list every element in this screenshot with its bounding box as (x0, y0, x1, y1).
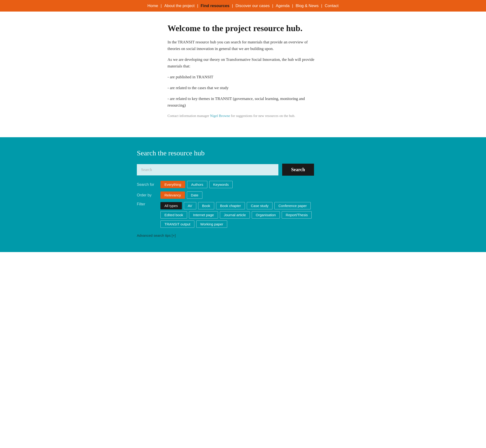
nav-item-blog-&-news[interactable]: Blog & News (296, 4, 318, 8)
filter-av[interactable]: AV (184, 202, 196, 209)
filter-options: All typesAVBookBook chapterCase studyCon… (161, 202, 321, 228)
filter-transit-output[interactable]: TRANSIT output (161, 220, 194, 228)
search-for-authors[interactable]: Authors (187, 181, 207, 188)
search-for-everything[interactable]: Everything (161, 181, 185, 188)
search-row: Search (137, 164, 349, 176)
filter-all-types[interactable]: All types (161, 202, 182, 209)
search-heading: Search the resource hub (137, 149, 349, 157)
filter-internet-page[interactable]: Internet page (189, 211, 218, 219)
filter-case-study[interactable]: Case study (247, 202, 273, 209)
search-input[interactable] (137, 164, 278, 176)
search-for-row: Search for EverythingAuthorsKeywords (137, 181, 349, 188)
contact-link[interactable]: Nigel Browne (210, 114, 230, 118)
filter-journal-article[interactable]: Journal article (220, 211, 250, 219)
nav-item-agenda[interactable]: Agenda (276, 4, 290, 8)
order-by-label: Order by (137, 193, 158, 197)
bullet-item: - are related to the cases that we study (168, 85, 318, 91)
filter-edited-book[interactable]: Edited book (161, 211, 187, 219)
filter-book[interactable]: Book (198, 202, 214, 209)
nav-separator: | (160, 4, 163, 8)
search-for-keywords[interactable]: Keywords (209, 181, 233, 188)
hero-bullets: - are published in TRANSIT- are related … (168, 74, 318, 109)
bullet-item: - are related to key themes in TRANSIT (… (168, 96, 318, 109)
filter-row: Filter All typesAVBookBook chapterCase s… (137, 202, 349, 228)
filter-label: Filter (137, 202, 158, 206)
order-by-date[interactable]: Date (187, 192, 202, 199)
hero-section: Welcome to the project resource hub. In … (161, 12, 325, 137)
advanced-search-link[interactable]: Advanced search tips [+] (137, 233, 176, 237)
nav-item-about-the-project[interactable]: About the project (164, 4, 195, 8)
search-for-label: Search for (137, 183, 158, 187)
bullet-item: - are published in TRANSIT (168, 74, 318, 80)
order-by-relevancy[interactable]: Relevancy (161, 192, 185, 199)
hero-contact: Contact information manager Nigel Browne… (168, 113, 318, 119)
advanced-link-container: Advanced search tips [+] (137, 232, 349, 238)
filter-report-thesis[interactable]: Report/Thesis (282, 211, 312, 219)
search-section: Search the resource hub Search Search fo… (0, 137, 486, 252)
filter-organisation[interactable]: Organisation (252, 211, 280, 219)
hero-intro: In the TRANSIT resource hub you can sear… (168, 39, 318, 52)
nav-item-discover-our-cases[interactable]: Discover our cases (235, 4, 270, 8)
order-by-row: Order by RelevancyDate (137, 192, 349, 199)
hero-title: Welcome to the project resource hub. (168, 23, 318, 33)
filter-conference-paper[interactable]: Conference paper (274, 202, 311, 209)
nav-separator: | (196, 4, 199, 8)
nav-separator: | (271, 4, 274, 8)
hero-body: As we are developing our theory on Trans… (168, 56, 318, 70)
nav-separator: | (320, 4, 324, 8)
nav-item-contact[interactable]: Contact (325, 4, 339, 8)
filter-working-paper[interactable]: Working paper (196, 220, 227, 228)
nav-item-home[interactable]: Home (147, 4, 158, 8)
nav-item-find-resources[interactable]: Find resources (201, 4, 230, 8)
nav-separator: | (231, 4, 234, 8)
main-nav: Home | About the project | Find resource… (0, 0, 486, 12)
nav-separator: | (291, 4, 294, 8)
filter-book-chapter[interactable]: Book chapter (216, 202, 245, 209)
search-button[interactable]: Search (282, 164, 314, 176)
